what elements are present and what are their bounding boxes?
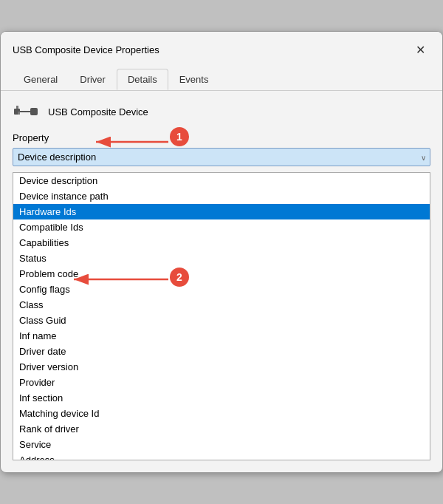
list-item[interactable]: Device description [13, 173, 430, 188]
property-dropdown-container: Device descriptionDevice instance pathHa… [13, 148, 430, 166]
property-dropdown[interactable]: Device descriptionDevice instance pathHa… [13, 148, 430, 166]
list-item[interactable]: Service [13, 437, 430, 452]
tab-general[interactable]: General [13, 69, 69, 90]
list-item[interactable]: Provider [13, 375, 430, 390]
list-item[interactable]: Address [13, 452, 430, 460]
svg-rect-2 [30, 108, 38, 115]
list-item[interactable]: Class Guid [13, 313, 430, 328]
property-label: Property [13, 132, 430, 143]
svg-rect-3 [16, 106, 18, 109]
property-list[interactable]: Device descriptionDevice instance pathHa… [13, 172, 430, 460]
svg-rect-1 [20, 111, 32, 112]
usb-device-icon [13, 103, 39, 120]
properties-dialog: USB Composite Device Properties ✕ Genera… [0, 31, 443, 473]
tab-details[interactable]: Details [117, 69, 168, 90]
list-item[interactable]: Hardware Ids [13, 204, 430, 219]
tab-content: USB Composite Device Property Device des… [1, 91, 442, 472]
list-item[interactable]: Inf section [13, 390, 430, 406]
device-name-label: USB Composite Device [48, 106, 148, 118]
list-item[interactable]: Matching device Id [13, 406, 430, 421]
list-item[interactable]: Problem code [13, 266, 430, 282]
close-button[interactable]: ✕ [410, 39, 430, 60]
title-bar: USB Composite Device Properties ✕ [1, 32, 442, 60]
list-item[interactable]: Driver version [13, 359, 430, 375]
list-item[interactable]: Capabilities [13, 235, 430, 251]
list-item[interactable]: Status [13, 251, 430, 266]
tab-bar: General Driver Details Events [1, 63, 442, 91]
list-item[interactable]: Config flags [13, 282, 430, 297]
list-item[interactable]: Driver date [13, 344, 430, 359]
list-item[interactable]: Compatible Ids [13, 219, 430, 235]
tab-driver[interactable]: Driver [69, 69, 117, 90]
tab-events[interactable]: Events [168, 69, 220, 90]
list-item[interactable]: Rank of driver [13, 421, 430, 437]
list-item[interactable]: Inf name [13, 328, 430, 344]
device-header: USB Composite Device [13, 103, 430, 120]
window-title: USB Composite Device Properties [13, 44, 159, 55]
svg-rect-4 [18, 112, 20, 115]
list-item[interactable]: Class [13, 297, 430, 313]
list-item[interactable]: Device instance path [13, 188, 430, 204]
